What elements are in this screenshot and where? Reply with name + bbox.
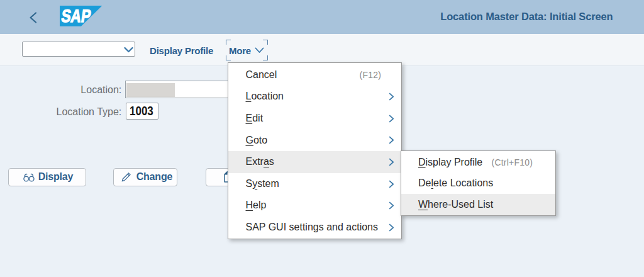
svg-text:SAP: SAP	[60, 6, 92, 26]
